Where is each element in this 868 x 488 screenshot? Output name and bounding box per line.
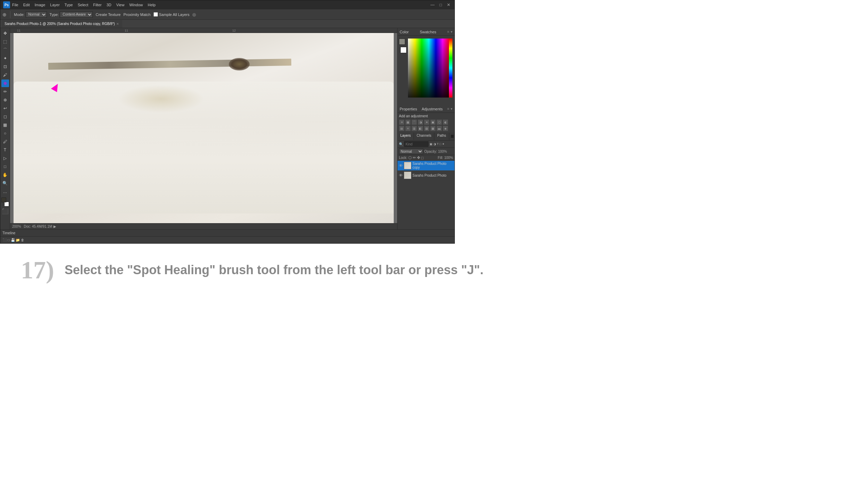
close-tab-icon[interactable]: ✕ xyxy=(116,22,119,26)
gradient-tool[interactable]: ▦ xyxy=(1,121,9,129)
color-panel-collapse[interactable]: ▾ xyxy=(451,30,452,34)
menu-select[interactable]: Select xyxy=(78,3,89,7)
menu-file[interactable]: File xyxy=(12,3,18,7)
filter-adjust[interactable]: ◑ xyxy=(433,142,436,146)
eyedropper-tool[interactable]: 🖋 xyxy=(1,71,9,79)
background-swatch[interactable] xyxy=(400,47,407,53)
layers-tab[interactable]: Layers xyxy=(398,133,414,140)
menu-filter[interactable]: Filter xyxy=(93,3,101,7)
lasso-tool[interactable]: ⌒ xyxy=(1,46,9,54)
foreground-color[interactable] xyxy=(1,197,6,202)
layers-panel-menu[interactable]: ≡ xyxy=(451,133,454,140)
filter-pixel[interactable]: ▣ xyxy=(429,142,433,146)
canvas-content[interactable] xyxy=(10,33,397,223)
layer-item-original[interactable]: 👁 Sarahs Product Photo xyxy=(398,170,454,180)
adj-curves[interactable]: ⌒ xyxy=(411,119,417,125)
hand-tool[interactable]: ✋ xyxy=(1,171,9,179)
adj-threshold[interactable]: ▩ xyxy=(430,126,436,131)
blend-mode-select[interactable]: Normal xyxy=(399,149,423,154)
move-tool[interactable]: ✥ xyxy=(1,30,9,37)
adj-gradient-map[interactable]: ▬ xyxy=(436,126,442,131)
close-button[interactable]: ✕ xyxy=(445,2,452,7)
maximize-button[interactable]: □ xyxy=(438,2,443,7)
properties-tab[interactable]: Properties xyxy=(400,107,417,111)
adjustments-tab[interactable]: Adjustments xyxy=(422,107,443,111)
minimize-button[interactable]: — xyxy=(429,2,436,7)
filter-smart[interactable]: ✦ xyxy=(442,142,445,146)
menu-view[interactable]: View xyxy=(116,3,125,7)
adj-colorlookup[interactable]: ▥ xyxy=(411,126,417,131)
adj-posterize[interactable]: ▨ xyxy=(424,126,429,131)
path-selection-tool[interactable]: ▷ xyxy=(1,154,9,162)
background-color[interactable] xyxy=(4,202,9,207)
shape-tool[interactable]: □ xyxy=(1,163,9,170)
canvas-image[interactable] xyxy=(14,33,394,223)
opacity-value[interactable]: 100% xyxy=(438,150,447,153)
foreground-swatch[interactable] xyxy=(399,39,405,45)
timeline-label[interactable]: Timeline xyxy=(2,231,15,235)
adj-exposure[interactable]: ◑ xyxy=(418,119,423,125)
brush-tool[interactable]: ✏ xyxy=(1,88,9,95)
mode-select[interactable]: Normal xyxy=(26,11,47,18)
document-tab-active[interactable]: Sarahs Product Photo-1 @ 200% (Sarahs Pr… xyxy=(2,20,122,28)
lock-position[interactable]: ✥ xyxy=(417,155,420,160)
filter-type[interactable]: T xyxy=(437,142,439,146)
properties-panel-menu[interactable]: ≡ xyxy=(447,107,449,111)
type-select[interactable]: Content-Aware xyxy=(60,11,93,18)
adj-bw[interactable]: ◐ xyxy=(443,119,448,125)
channels-tab[interactable]: Channels xyxy=(414,133,434,140)
menu-type[interactable]: Type xyxy=(65,3,73,7)
menu-3d[interactable]: 3D xyxy=(107,3,111,7)
zoom-tool[interactable]: 🔍 xyxy=(1,179,9,187)
lock-transparent[interactable]: ⬡ xyxy=(408,155,412,160)
adj-selective-color[interactable]: ◈ xyxy=(443,126,448,131)
color-hue-bar[interactable] xyxy=(449,39,452,98)
adj-channelmixer[interactable]: ≡ xyxy=(405,126,411,131)
swatches-panel-title[interactable]: Swatches xyxy=(420,30,436,34)
color-spectrum[interactable] xyxy=(408,39,450,98)
lock-pixel[interactable]: ✏ xyxy=(413,155,416,160)
eraser-tool[interactable]: ◻ xyxy=(1,113,9,120)
adj-invert[interactable]: ◧ xyxy=(418,126,423,131)
adj-colorbalance[interactable]: ⬡ xyxy=(436,119,442,125)
adj-levels[interactable]: ▦ xyxy=(405,119,411,125)
sample-all-layers-checkbox[interactable]: Sample All Layers xyxy=(153,12,190,17)
adj-hsl[interactable]: ▣ xyxy=(430,119,436,125)
scrollbar[interactable]: ▶ xyxy=(53,225,56,228)
extras-tool[interactable]: … xyxy=(1,188,9,195)
adj-brightness[interactable]: ☀ xyxy=(399,119,404,125)
properties-panel-collapse[interactable]: ▾ xyxy=(451,107,452,111)
brush-pressure-icon[interactable]: ◎ xyxy=(192,12,196,17)
marquee-tool[interactable]: ⬚ xyxy=(1,38,9,45)
menu-layer[interactable]: Layer xyxy=(50,3,60,7)
quick-mask-button[interactable]: ⬛ xyxy=(2,208,9,214)
layers-kind-input[interactable] xyxy=(404,141,428,147)
lock-artboard[interactable]: □ xyxy=(421,156,424,160)
create-texture-button[interactable]: Create Texture xyxy=(95,12,120,17)
layer-item-copy[interactable]: 👁 Sarahs Product Photo copy xyxy=(398,161,454,170)
menu-help[interactable]: Help xyxy=(148,3,156,7)
clone-stamp-tool[interactable]: ⊕ xyxy=(1,96,9,104)
type-tool[interactable]: T xyxy=(1,146,9,154)
adjustment-icons: ☀ ▦ ⌒ ◑ ✦ ▣ ⬡ ◐ ▤ ≡ ▥ ◧ ▨ ▩ ▬ ◈ xyxy=(399,119,453,131)
crop-tool[interactable]: ⊡ xyxy=(1,63,9,70)
paths-tab[interactable]: Paths xyxy=(434,133,449,140)
adj-photofilter[interactable]: ▤ xyxy=(399,126,404,131)
history-brush-tool[interactable]: ↩ xyxy=(1,104,9,112)
layer-eye-original[interactable]: 👁 xyxy=(399,173,403,177)
magic-wand-tool[interactable]: ✦ xyxy=(1,54,9,62)
color-panel-menu[interactable]: ≡ xyxy=(447,30,449,34)
color-panel-title[interactable]: Color xyxy=(400,30,409,34)
adj-vibrance[interactable]: ✦ xyxy=(424,119,429,125)
spot-healing-tool[interactable]: ⊕ xyxy=(1,79,9,87)
fill-value[interactable]: 100% xyxy=(444,156,453,160)
layer-eye-copy[interactable]: 👁 xyxy=(399,163,403,168)
foreground-background-colors[interactable] xyxy=(1,197,9,207)
pen-tool[interactable]: 🖊 xyxy=(1,138,9,145)
dodge-tool[interactable]: ○ xyxy=(1,129,9,137)
filter-shape[interactable]: □ xyxy=(440,142,441,146)
menu-window[interactable]: Window xyxy=(129,3,143,7)
menu-image[interactable]: Image xyxy=(35,3,45,7)
proximity-match-button[interactable]: Proximity Match xyxy=(123,12,150,17)
menu-edit[interactable]: Edit xyxy=(23,3,30,7)
